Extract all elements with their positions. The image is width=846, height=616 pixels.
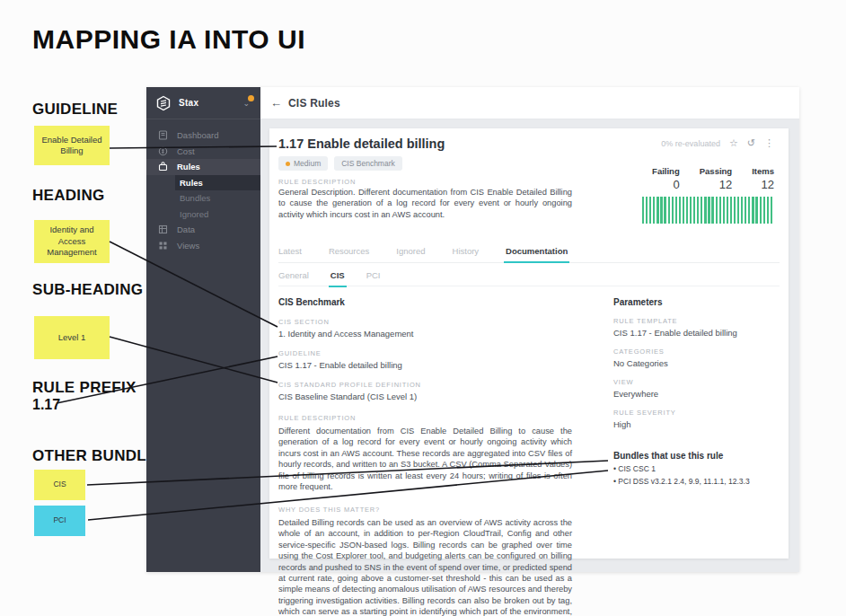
kebab-menu-icon[interactable]: ⋮ — [764, 137, 774, 149]
passing-bars — [642, 197, 774, 224]
sticky-note-guideline: Enable Detailed Billing — [34, 126, 110, 165]
field-view: VIEW Everywhere — [613, 378, 780, 399]
stat-items: Items 12 — [752, 166, 774, 191]
sticky-note-heading: Identity and Access Management — [34, 220, 110, 263]
tab-ignored[interactable]: Ignored — [396, 246, 425, 256]
tab-latest[interactable]: Latest — [278, 246, 302, 256]
sidebar-item-cost[interactable]: Cost — [146, 144, 260, 160]
why-matter-label: WHY DOES THIS MATTER? — [278, 506, 572, 514]
tab-history[interactable]: History — [453, 246, 480, 256]
sidebar-item-label: Views — [177, 241, 199, 251]
badge-row: Medium CIS Benchmark — [278, 156, 402, 171]
severity-dot-icon — [286, 162, 290, 166]
sidebar-item-label: Cost — [177, 146, 195, 156]
annotation-heading-label: HEADING — [32, 187, 105, 205]
field-categories: CATEGORIES No Categories — [613, 348, 780, 368]
subtab-cis[interactable]: CIS — [330, 270, 345, 280]
rule-description-label: RULE DESCRIPTION — [278, 414, 572, 422]
sidebar-subitem-ignored[interactable]: Ignored — [175, 207, 260, 223]
field-guideline: GUIDELINE CIS 1.17 - Enable detailed bil… — [278, 349, 572, 370]
sidebar-subitem-rules[interactable]: Rules — [175, 175, 260, 191]
sidebar-item-label: Data — [177, 224, 195, 234]
sidebar-item-label: Ignored — [180, 209, 208, 219]
notification-dot — [248, 95, 254, 101]
annotation-rule-prefix-label: RULE PREFIX — [32, 379, 137, 397]
views-icon — [157, 240, 168, 251]
subtab-general[interactable]: General — [278, 270, 309, 280]
rules-icon — [157, 162, 168, 172]
field-standard-profile: CIS STANDARD PROFILE DEFINITION CIS Base… — [278, 381, 572, 401]
dashboard-icon — [157, 130, 168, 141]
rule-title: 1.17 Enable detailed billing — [278, 136, 445, 151]
summary-label: RULE DESCRIPTION — [278, 178, 356, 186]
brand-row[interactable]: Stax ⌄ — [146, 87, 260, 119]
tab-documentation[interactable]: Documentation — [506, 246, 568, 256]
sidebar-item-label: Bundles — [180, 193, 210, 203]
reevaluated-row: 0% re-evaluated ☆ ↺ ⋮ — [661, 137, 774, 149]
stats-panel: Failing 0 Passing 12 Items 12 — [642, 166, 774, 224]
field-rule-template: RULE TEMPLATE CIS 1.17 - Enable detailed… — [613, 317, 780, 338]
back-arrow-icon[interactable]: ← — [270, 96, 282, 110]
bundle-item-cis[interactable]: CIS CSC 1 — [613, 464, 780, 473]
rule-description-text: Different documentation from CIS Enable … — [278, 426, 572, 493]
data-icon — [157, 224, 168, 235]
stat-failing: Failing 0 — [652, 166, 680, 191]
reevaluated-text: 0% re-evaluated — [661, 139, 720, 148]
annotation-subheading-label: SUB-HEADING — [32, 281, 143, 299]
summary-text: General Description. Different documenta… — [278, 187, 572, 220]
stax-logo-icon — [155, 95, 172, 111]
sidebar-item-label: Dashboard — [177, 130, 218, 140]
sidebar-item-data[interactable]: Data — [146, 222, 260, 238]
sidebar-subitem-bundles[interactable]: Bundles — [175, 190, 260, 207]
annotation-guideline-label: GUIDELINE — [32, 101, 118, 119]
sticky-note-pci: PCI — [34, 506, 85, 536]
bundle-item-pci[interactable]: PCI DSS v3.2.1 2.4, 9.9, 11.1.1, 12.3.3 — [613, 477, 780, 486]
severity-badge: Medium — [278, 156, 328, 171]
field-rule-severity: RULE SEVERITY High — [613, 409, 780, 429]
sticky-note-subheading: Level 1 — [34, 316, 110, 359]
parameters-heading: Parameters — [613, 297, 780, 307]
brand-name: Stax — [179, 98, 198, 108]
annotation-rule-prefix-value: 1.17 — [32, 397, 60, 413]
topbar-title: CIS Rules — [288, 97, 340, 110]
sidebar-nav: Dashboard Cost Rules Rules Bundles Ign — [146, 128, 260, 253]
page-title: MAPPING IA INTO UI — [32, 24, 305, 55]
tab-resources[interactable]: Resources — [329, 246, 369, 256]
cis-benchmark-heading: CIS Benchmark — [278, 297, 572, 307]
rule-detail-card: 1.17 Enable detailed billing Medium CIS … — [269, 128, 789, 559]
sidebar: Stax ⌄ Dashboard Cost Rules Rules — [146, 87, 260, 572]
refresh-icon[interactable]: ↺ — [747, 137, 755, 149]
field-cis-section: CIS SECTION 1. Identity and Access Manag… — [278, 318, 572, 339]
why-matter-text: Detailed Billing records can be used as … — [278, 517, 572, 616]
sidebar-item-views[interactable]: Views — [146, 238, 260, 254]
sticky-note-cis: CIS — [34, 470, 85, 500]
sidebar-item-dashboard[interactable]: Dashboard — [146, 128, 260, 144]
benchmark-badge: CIS Benchmark — [334, 156, 402, 171]
star-icon[interactable]: ☆ — [729, 137, 738, 149]
sidebar-item-label: Rules — [177, 162, 200, 172]
doc-left-column: CIS Benchmark CIS SECTION 1. Identity an… — [278, 297, 572, 616]
page: MAPPING IA INTO UI GUIDELINE Enable Deta… — [0, 0, 846, 616]
stat-passing: Passing 12 — [700, 166, 732, 191]
cost-icon — [157, 145, 168, 156]
doc-right-column: Parameters RULE TEMPLATE CIS 1.17 - Enab… — [613, 297, 780, 486]
subtab-pci[interactable]: PCI — [366, 270, 381, 280]
sidebar-item-rules[interactable]: Rules — [146, 159, 260, 175]
stats-columns: Failing 0 Passing 12 Items 12 — [642, 166, 774, 191]
bundles-heading: Bundles that use this rule — [613, 451, 780, 461]
tab-bar: Latest Resources Ignored History Documen… — [278, 246, 780, 263]
sidebar-item-label: Rules — [180, 178, 203, 188]
app-window: Stax ⌄ Dashboard Cost Rules Rules — [146, 87, 799, 572]
subtab-bar: General CIS PCI — [278, 270, 780, 286]
topbar: ← CIS Rules — [260, 87, 799, 119]
